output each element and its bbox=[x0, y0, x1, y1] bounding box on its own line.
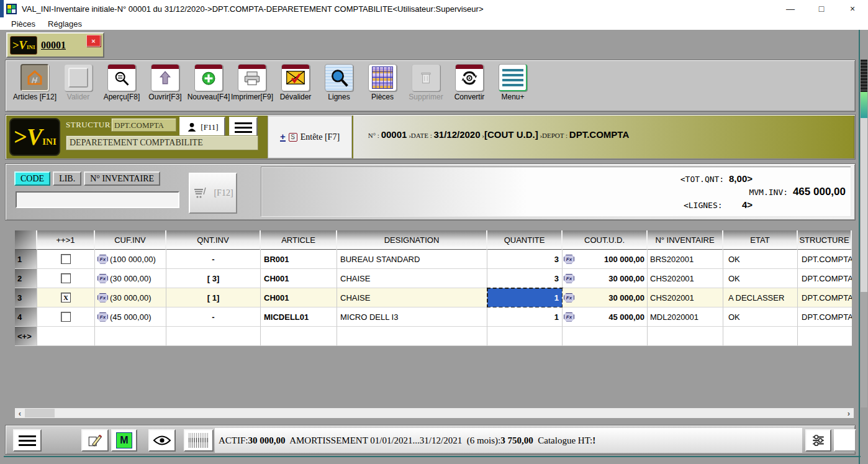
table-row[interactable]: 2 Fx(30 000,00) [ 3] CH001 CHAISE 3 Fx30… bbox=[15, 269, 852, 288]
entete-label[interactable]: Entête [F7] bbox=[301, 132, 340, 142]
fx-icon[interactable]: Fx bbox=[97, 255, 108, 264]
minimize-button[interactable]: — bbox=[775, 0, 806, 17]
filter-code-button[interactable]: CODE bbox=[14, 171, 50, 186]
structure-name-field[interactable]: DEPARETEMENT COMPTABILITE bbox=[66, 135, 258, 150]
maximize-button[interactable]: □ bbox=[806, 0, 837, 17]
filter-lib-button[interactable]: LIB. bbox=[53, 171, 81, 186]
col-structure[interactable]: STRUCTURE bbox=[798, 230, 852, 250]
scroll-left-icon[interactable]: ‹ bbox=[15, 408, 25, 418]
fx-icon[interactable]: Fx bbox=[564, 274, 574, 283]
col-qnt-inv[interactable]: QNT.INV bbox=[166, 230, 261, 250]
main-toolbar: Articles [F12] Valider Aperçu[F8] Ouvrir… bbox=[5, 60, 856, 112]
vertical-scroll-thumb[interactable] bbox=[861, 292, 867, 407]
row-number: 4 bbox=[15, 307, 37, 327]
fx-icon[interactable]: Fx bbox=[564, 312, 574, 322]
row-checkbox[interactable] bbox=[61, 312, 71, 322]
filter-inventaire-button[interactable]: N° INVENTAIRE bbox=[84, 171, 160, 186]
menu-bar: Pièces Réglages bbox=[0, 17, 868, 30]
supprimer-button: Supprimer bbox=[404, 64, 448, 101]
col-cuf-inv[interactable]: CUF.INV bbox=[95, 230, 166, 250]
tot-qnt-value: 8,00> bbox=[729, 173, 753, 184]
doc-date: 31/12/2020 bbox=[433, 129, 480, 140]
structure-code-field[interactable]: DPT.COMPTA bbox=[111, 118, 176, 132]
etat-cell: A DECLASSER bbox=[723, 288, 798, 307]
cart-f12-button[interactable]: [F12] bbox=[189, 173, 237, 214]
scroll-right-icon[interactable]: › bbox=[844, 408, 854, 418]
quantite-cell[interactable]: 3 bbox=[487, 250, 563, 269]
menu-plus-button[interactable]: Menu+ bbox=[491, 64, 535, 101]
vertical-scrollbar[interactable] bbox=[861, 60, 867, 407]
quantite-cell[interactable]: 3 bbox=[487, 269, 563, 288]
barcode-button[interactable] bbox=[184, 429, 214, 452]
search-filter-group: CODE LIB. N° INVENTAIRE bbox=[14, 171, 160, 186]
devalider-button[interactable]: Dévalider bbox=[274, 64, 317, 101]
col-cout-ud[interactable]: COUT.U.D. bbox=[563, 230, 648, 250]
fx-icon[interactable]: Fx bbox=[97, 312, 108, 322]
quantite-cell[interactable]: 1 bbox=[487, 307, 563, 327]
person-button[interactable]: [F11] bbox=[179, 117, 225, 138]
horizontal-scrollbar[interactable]: ‹ › bbox=[15, 408, 854, 418]
table-row-selected[interactable]: 3 X Fx(30 000,00) [ 1] CH001 CHAISE 1 Fx… bbox=[15, 288, 852, 307]
fx-icon[interactable]: Fx bbox=[97, 293, 108, 303]
col-quantite[interactable]: QUANTITE bbox=[487, 230, 563, 250]
etat-cell: OK bbox=[723, 269, 798, 288]
row-checkbox[interactable] bbox=[61, 273, 71, 283]
tab-document-number[interactable]: 00001 bbox=[41, 40, 66, 51]
row-checkbox-checked[interactable]: X bbox=[61, 293, 71, 303]
status-bar: ACTIF:30 000,00 AMORTISSEMENT 01/01/2021… bbox=[215, 428, 802, 453]
m-button[interactable]: M bbox=[111, 429, 137, 452]
s-badge-icon: S bbox=[289, 133, 297, 142]
table-row[interactable]: 4 Fx(45 000,00) - MICDELL01 MICRO DELL I… bbox=[15, 307, 852, 327]
window-border bbox=[4, 456, 861, 457]
fx-icon[interactable]: Fx bbox=[564, 255, 574, 264]
doc-number-label: N° : bbox=[368, 132, 381, 139]
lignes-button[interactable]: Lignes bbox=[317, 64, 361, 101]
close-button[interactable]: × bbox=[837, 0, 868, 17]
nouveau-button[interactable]: Nouveau[F4] bbox=[187, 64, 230, 101]
amortissement-value: 3 750,00 bbox=[500, 435, 533, 446]
document-tab[interactable]: >VINI 00001 × bbox=[6, 32, 104, 58]
col-article[interactable]: ARTICLE bbox=[261, 230, 337, 250]
col-etat[interactable]: ETAT bbox=[723, 230, 798, 250]
add-row-marker[interactable]: <+> bbox=[15, 327, 37, 346]
articles-button[interactable]: Articles [F12] bbox=[13, 64, 57, 101]
menu-pieces[interactable]: Pièces bbox=[6, 19, 40, 29]
printer-icon bbox=[238, 64, 266, 91]
menu-reglages[interactable]: Réglages bbox=[43, 19, 87, 29]
entete-panel[interactable]: + S Entête [F7] bbox=[268, 116, 352, 158]
imprimer-button[interactable]: Imprimer[F9] bbox=[230, 64, 274, 101]
table-row[interactable]: 1 Fx(100 000,00) - BR001 BUREAU STANDARD… bbox=[15, 250, 852, 269]
header-band: >VINI STRUCTURE: DPT.COMPTA [F11] DEPARE… bbox=[5, 114, 856, 160]
header-menu-button[interactable] bbox=[229, 117, 258, 138]
fx-icon[interactable]: Fx bbox=[564, 293, 574, 303]
fx-icon[interactable]: Fx bbox=[97, 274, 108, 283]
plus-icon[interactable]: + bbox=[280, 133, 286, 142]
etat-cell: OK bbox=[723, 307, 798, 327]
search-input[interactable] bbox=[16, 191, 179, 208]
col-select[interactable]: ++>1 bbox=[37, 230, 95, 250]
bottom-bar: M ACTIF:30 000,00 AMORTISSEMENT 01/01/20… bbox=[5, 425, 856, 455]
trash-icon bbox=[412, 64, 440, 91]
mvm-inv-label: MVM.INV: bbox=[749, 188, 792, 197]
col-designation[interactable]: DESIGNATION bbox=[337, 230, 487, 250]
quantite-cell-selected[interactable]: 1 bbox=[487, 288, 563, 307]
bottom-menu-button[interactable] bbox=[13, 429, 42, 452]
row-number: 3 bbox=[15, 288, 37, 307]
apercu-button[interactable]: Aperçu[F8] bbox=[100, 64, 143, 101]
ouvrir-button[interactable]: Ouvrir[F3] bbox=[143, 64, 187, 101]
col-n-inventaire[interactable]: N° INVENTAIRE bbox=[648, 230, 723, 250]
edit-button[interactable] bbox=[81, 429, 109, 452]
inventory-table: ++>1 CUF.INV QNT.INV ARTICLE DESIGNATION… bbox=[15, 230, 852, 346]
options-button[interactable] bbox=[805, 429, 831, 452]
tab-close-icon[interactable]: × bbox=[86, 35, 101, 47]
hamburger-icon bbox=[235, 122, 252, 124]
row-checkbox[interactable] bbox=[61, 254, 71, 264]
pieces-button[interactable]: Pièces bbox=[361, 64, 404, 101]
doc-depot: DPT.COMPTA bbox=[569, 129, 629, 140]
convertir-button[interactable]: Convertir bbox=[448, 64, 491, 101]
doc-cout-mode: [COUT U.D.] bbox=[484, 129, 538, 140]
view-button[interactable] bbox=[148, 429, 176, 452]
horizontal-scroll-thumb[interactable] bbox=[25, 409, 55, 417]
document-info-band: N° : 00001 ›DATE : 31/12/2020 ›[COUT U.D… bbox=[353, 116, 854, 158]
table-add-row[interactable]: <+> bbox=[15, 327, 852, 346]
